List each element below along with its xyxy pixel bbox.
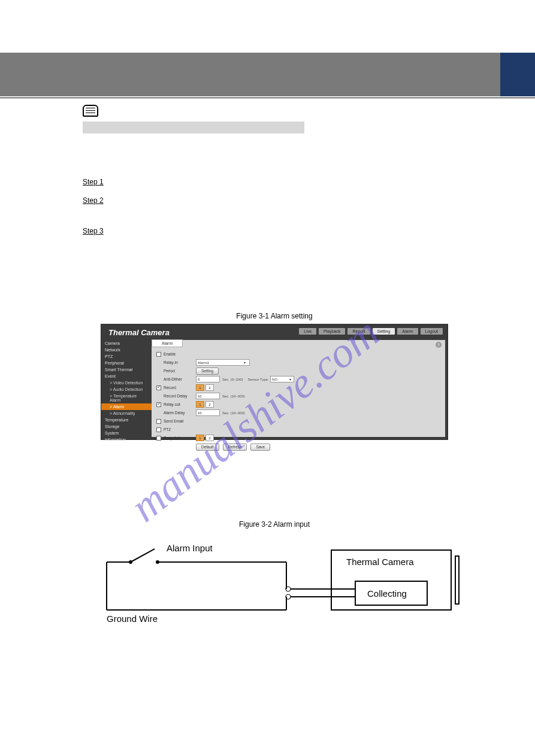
- sidebar-item-video-detection[interactable]: > Video Detection: [101, 379, 152, 386]
- svg-line-2: [131, 549, 155, 562]
- sidebar-item-audio-detection[interactable]: > Audio Detection: [101, 386, 152, 393]
- relay-out-checkbox[interactable]: [156, 402, 161, 407]
- relay-out-label: Relay-out: [164, 402, 196, 406]
- sidebar-item-camera[interactable]: Camera: [101, 340, 152, 347]
- refresh-button[interactable]: Refresh: [223, 444, 247, 451]
- sidebar-item-temperature[interactable]: Temperature: [101, 417, 152, 423]
- header-rule: [0, 98, 535, 98]
- top-tabs: Live Playback Report Setting Alarm Logou…: [299, 328, 443, 335]
- send-email-label: Send Email: [164, 419, 196, 423]
- record-delay-hint: Sec. (10~300): [222, 394, 245, 398]
- alarm-delay-input[interactable]: 10: [196, 409, 220, 416]
- sidebar-item-abnormality[interactable]: > Abnormality: [101, 410, 152, 417]
- default-button[interactable]: Default: [196, 444, 219, 451]
- record-delay-label: Record Delay: [164, 394, 196, 398]
- send-email-checkbox[interactable]: [156, 419, 161, 424]
- sidebar-item-alarm[interactable]: > Alarm: [101, 403, 152, 410]
- alarm-form: Enable Relay-in Alarm1 ▾ Period Setting …: [156, 351, 440, 452]
- sidebar: Camera Network PTZ Peripheral Smart Ther…: [101, 340, 152, 439]
- relay-out-channel-1[interactable]: 1: [196, 401, 204, 408]
- sidebar-item-system[interactable]: System: [101, 430, 152, 436]
- note-highlight-strip: [83, 122, 304, 133]
- alarm-input-diagram: Alarm Input Ground Wire Thermal Camera C…: [89, 532, 460, 628]
- tab-report[interactable]: Report: [347, 328, 370, 335]
- relay-in-select[interactable]: Alarm1: [196, 359, 250, 366]
- snapshot-channel-2[interactable]: 2: [205, 435, 214, 441]
- panel-tab-alarm[interactable]: Alarm: [152, 339, 183, 347]
- enable-label: Enable: [164, 352, 196, 356]
- relay-out-channel-2[interactable]: 2: [205, 401, 214, 408]
- tab-alarm[interactable]: Alarm: [397, 328, 418, 335]
- chevron-down-icon: ▾: [289, 377, 291, 381]
- enable-checkbox[interactable]: [156, 352, 161, 357]
- diagram-label-alarm-input: Alarm Input: [167, 543, 213, 553]
- record-channel-1[interactable]: 1: [196, 384, 204, 391]
- ptz-checkbox[interactable]: [156, 427, 161, 432]
- figure-caption: Figure 3-2 Alarm input: [83, 520, 466, 529]
- tab-setting[interactable]: Setting: [373, 328, 395, 335]
- sensor-type-label: Sensor Type: [248, 378, 268, 381]
- figure-caption: Figure 3-1 Alarm setting: [83, 312, 466, 320]
- tab-playback[interactable]: Playback: [319, 328, 345, 335]
- header-banner: [0, 53, 535, 96]
- record-channel-2[interactable]: 2: [205, 384, 214, 391]
- record-checkbox[interactable]: [156, 385, 161, 390]
- header-banner-accent: [500, 53, 535, 96]
- step-label: Step 1: [83, 175, 116, 189]
- app-title: Thermal Camera: [108, 328, 170, 337]
- sidebar-item-storage[interactable]: Storage: [101, 423, 152, 430]
- chevron-down-icon: ▾: [244, 360, 246, 365]
- note-icon: [83, 105, 98, 117]
- alarm-setting-screenshot: Thermal Camera Live Playback Report Sett…: [101, 324, 448, 440]
- record-delay-input[interactable]: 10: [196, 393, 220, 399]
- diagram-label-collecting: Collecting: [367, 588, 407, 599]
- step-label: Step 3: [83, 224, 116, 238]
- sidebar-item-information[interactable]: Information: [101, 436, 152, 443]
- snapshot-checkbox[interactable]: [156, 436, 161, 441]
- relay-in-label: Relay-in: [164, 360, 196, 365]
- sidebar-item-event[interactable]: Event: [101, 373, 152, 379]
- record-label: Record: [164, 385, 196, 390]
- anti-dither-label: Anti-Dither: [164, 377, 196, 381]
- sidebar-item-peripheral[interactable]: Peripheral: [101, 360, 152, 366]
- tab-live[interactable]: Live: [299, 328, 316, 335]
- tab-logout[interactable]: Logout: [421, 328, 443, 335]
- period-label: Period: [164, 369, 196, 373]
- alarm-delay-hint: Sec. (10~300): [222, 411, 245, 415]
- period-setting-button[interactable]: Setting: [196, 368, 219, 375]
- ptz-label: PTZ: [164, 427, 196, 432]
- help-icon[interactable]: ?: [436, 342, 442, 348]
- sidebar-item-smart-thermal[interactable]: Smart Thermal: [101, 366, 152, 373]
- anti-dither-hint: Sec. (0~100): [222, 378, 243, 381]
- svg-rect-14: [455, 556, 459, 604]
- anti-dither-input[interactable]: 0: [196, 376, 220, 382]
- save-button[interactable]: Save: [250, 444, 270, 451]
- step-label: Step 2: [83, 194, 116, 208]
- sidebar-item-temperature-alarm[interactable]: > Temperature Alarm: [101, 393, 152, 403]
- diagram-label-thermal-camera: Thermal Camera: [346, 557, 414, 567]
- alarm-delay-label: Alarm Delay: [164, 411, 196, 415]
- diagram-label-ground-wire: Ground Wire: [107, 614, 158, 624]
- sidebar-item-network[interactable]: Network: [101, 347, 152, 353]
- snapshot-label: Snapshot: [164, 436, 196, 440]
- header-banner-main: [0, 53, 500, 96]
- main-panel: Alarm ? Enable Relay-in Alarm1 ▾ Period …: [152, 340, 445, 437]
- sidebar-item-ptz[interactable]: PTZ: [101, 353, 152, 360]
- snapshot-channel-1[interactable]: 1: [196, 435, 204, 441]
